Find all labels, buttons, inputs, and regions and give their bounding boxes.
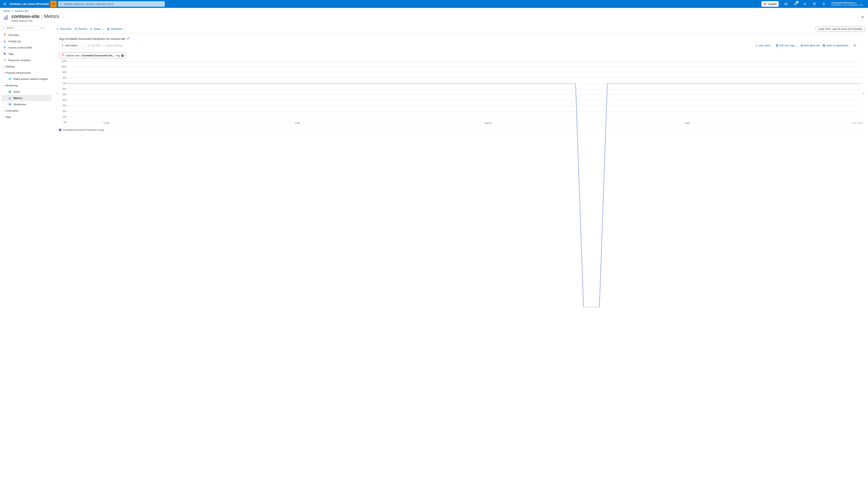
pin-icon: 📍: [3, 33, 6, 36]
x-tick-label: 12 PM: [103, 122, 109, 124]
sidebar-item-workbooks[interactable]: Workbooks: [2, 101, 52, 107]
sidebar-search-input[interactable]: [6, 26, 38, 29]
sidebar-item-label: Resource visualizer: [8, 59, 31, 62]
remove-metric-button[interactable]: ✕: [121, 54, 124, 57]
settings-button[interactable]: [801, 0, 809, 8]
chart-canvas[interactable]: 110%100%90%80%70%60%50%40%30%20%10%0%: [60, 61, 862, 122]
sidebar-section-label: Physical infrastructure: [5, 71, 31, 74]
report-bug-button[interactable]: [50, 1, 57, 7]
chevron-down-icon: ⌄: [102, 27, 104, 30]
sidebar-section-help[interactable]: › Help: [2, 114, 52, 120]
add-filter-label: Add filter: [91, 44, 101, 47]
breadcrumb: Home > contoso-site: [0, 8, 868, 12]
more-actions-button[interactable]: ···: [68, 15, 71, 19]
sidebar-item-activity-log[interactable]: ▥ Activity log: [2, 38, 52, 44]
sidebar-collapse-button[interactable]: «: [43, 26, 44, 29]
sidebar-item-label: Metrics: [13, 97, 23, 100]
chart-x-axis: UTC-07:00 12 PM6 PMWed 156 AM: [66, 122, 862, 126]
y-tick-label: 100%: [60, 66, 66, 68]
chart-prev-button[interactable]: ‹: [57, 91, 58, 95]
copilot-button[interactable]: Copilot: [762, 1, 779, 7]
metric-pill-name: Correlated Successful Ha...: [81, 54, 115, 57]
chart-svg: [67, 61, 862, 307]
svg-point-0: [53, 3, 54, 5]
svg-point-34: [855, 45, 855, 46]
chart-type-picker[interactable]: Line chart ⌄: [755, 44, 773, 47]
account-tenant: CONTOSO, LTD. (CONTOSO, LTD....: [831, 4, 864, 6]
breadcrumb-resource[interactable]: contoso-site: [14, 9, 28, 12]
breadcrumb-home[interactable]: Home: [3, 9, 10, 12]
share-button[interactable]: Share ⌄: [90, 27, 104, 30]
sidebar-section-automation[interactable]: › Automation: [2, 107, 52, 114]
add-metric-button[interactable]: ＋ Add metric ⌄: [59, 42, 85, 49]
close-blade-button[interactable]: ✕: [861, 15, 864, 20]
svg-point-7: [823, 3, 824, 4]
favorite-button[interactable]: ☆: [62, 15, 65, 19]
title-separator: |: [41, 13, 42, 19]
metrics-icon: [8, 96, 11, 100]
sidebar-section-settings[interactable]: › Settings: [2, 63, 52, 70]
edit-title-button[interactable]: [127, 37, 130, 40]
drill-into-logs-button[interactable]: Drill into Logs ⌄: [776, 44, 798, 47]
sidebar-search[interactable]: [2, 26, 39, 30]
x-tick-label: 6 AM: [685, 122, 689, 124]
apply-splitting-button[interactable]: Apply splitting: [102, 44, 122, 47]
account-menu[interactable]: chrisqpublic@contoso.c... CONTOSO, LTD. …: [829, 2, 866, 6]
chart-more-button[interactable]: ···: [859, 44, 862, 47]
org-name[interactable]: Contoso, Ltd. Azure (Preview): [9, 2, 49, 5]
menu-toggle-button[interactable]: [2, 1, 8, 7]
sidebar-expand-toggle[interactable]: ◇: [40, 26, 42, 29]
svg-rect-8: [4, 18, 5, 20]
metrics-toolbar: New chart Refresh Share ⌄ Feedback ⌄ Loc…: [56, 25, 865, 33]
top-separator: [780, 2, 780, 6]
feedback-button[interactable]: Feedback ⌄: [107, 27, 125, 30]
chart-next-button[interactable]: ›: [863, 91, 864, 95]
new-chart-label: New chart: [60, 27, 72, 30]
y-tick-label: 70%: [60, 82, 66, 84]
notification-badge: 1: [796, 1, 798, 3]
sidebar-item-label: Overview: [8, 33, 19, 36]
sidebar-item-overview[interactable]: 📍 Overview: [2, 32, 52, 38]
breadcrumb-sep: >: [11, 9, 13, 12]
save-to-dashboard-button[interactable]: Save to dashboard ⌄: [823, 44, 850, 47]
chart-settings-button[interactable]: [854, 44, 856, 47]
svg-point-15: [4, 59, 5, 60]
sidebar-item-ran-insights[interactable]: Radio access network insights: [2, 76, 52, 82]
legend-swatch: [59, 129, 61, 131]
add-metric-label: Add metric: [65, 44, 77, 47]
time-range-picker[interactable]: Local Time: Last 24 hours (15 minutes): [815, 26, 865, 31]
sidebar-item-tags[interactable]: Tags: [2, 51, 52, 57]
sidebar-item-label: Tags: [8, 53, 13, 55]
sidebar-section-physical[interactable]: › Physical infrastructure: [2, 70, 52, 76]
cloud-shell-button[interactable]: [782, 0, 790, 8]
sidebar-item-label: Radio access network insights: [13, 77, 48, 81]
chart-card: Avg Correlated Successful Handovers for …: [56, 35, 865, 134]
pin-icon: 📍: [61, 54, 64, 57]
new-chart-button[interactable]: New chart: [56, 27, 72, 30]
feedback-top-button[interactable]: [820, 0, 828, 8]
add-filter-button[interactable]: Add filter: [87, 44, 101, 47]
notifications-button[interactable]: 1: [792, 0, 799, 8]
metric-pill[interactable]: 📍 contoso-site, Correlated Successful Ha…: [59, 53, 126, 58]
global-search[interactable]: [58, 1, 165, 7]
global-search-input[interactable]: [64, 2, 163, 6]
sidebar-item-resource-visualizer[interactable]: Resource visualizer: [2, 57, 52, 63]
sidebar-item-label: Workbooks: [13, 103, 26, 106]
search-icon: [3, 27, 5, 29]
feedback-label: Feedback: [111, 27, 122, 30]
sidebar-section-monitoring[interactable]: › Monitoring: [2, 82, 52, 89]
chevron-down-icon[interactable]: ⌄: [79, 44, 83, 47]
sidebar-item-metrics[interactable]: Metrics: [2, 95, 52, 101]
new-alert-rule-button[interactable]: New alert rule: [801, 44, 820, 47]
help-button[interactable]: [810, 0, 818, 8]
chart-title: Avg Correlated Successful Handovers for …: [59, 37, 125, 40]
chart-type-label: Line chart: [759, 44, 770, 47]
svg-rect-22: [9, 98, 10, 99]
save-dash-label: Save to dashboard: [826, 44, 848, 47]
account-email: chrisqpublic@contoso.c...: [831, 2, 858, 4]
refresh-label: Refresh: [78, 27, 87, 30]
y-tick-label: 0%: [60, 121, 66, 123]
refresh-button[interactable]: Refresh: [74, 27, 87, 30]
sidebar-item-iam[interactable]: Access control (IAM): [2, 44, 52, 51]
sidebar-item-alerts[interactable]: Alerts: [2, 89, 52, 95]
